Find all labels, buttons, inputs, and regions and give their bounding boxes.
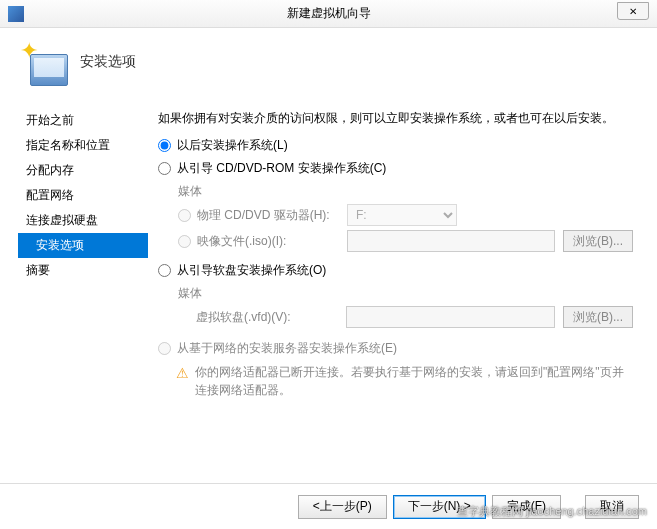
physical-drive-label: 物理 CD/DVD 驱动器(H): xyxy=(197,207,347,224)
sidebar-item-vhd[interactable]: 连接虚拟硬盘 xyxy=(18,208,148,233)
floppy-subgroup: 媒体 虚拟软盘(.vfd)(V): 浏览(B)... xyxy=(178,285,633,328)
sidebar-item-name-location[interactable]: 指定名称和位置 xyxy=(18,133,148,158)
option-install-later-label: 以后安装操作系统(L) xyxy=(177,137,288,154)
page-title: 安装选项 xyxy=(80,53,136,71)
radio-physical-drive xyxy=(178,209,191,222)
app-icon xyxy=(8,6,24,22)
radio-install-floppy[interactable] xyxy=(158,264,171,277)
radio-install-later[interactable] xyxy=(158,139,171,152)
vfd-row: 虚拟软盘(.vfd)(V): 浏览(B)... xyxy=(178,306,633,328)
option-install-cd[interactable]: 从引导 CD/DVD-ROM 安装操作系统(C) xyxy=(158,160,633,177)
vfd-label: 虚拟软盘(.vfd)(V): xyxy=(196,309,346,326)
content-area: 开始之前 指定名称和位置 分配内存 配置网络 连接虚拟硬盘 安装选项 摘要 如果… xyxy=(0,96,657,476)
radio-install-network xyxy=(158,342,171,355)
next-button[interactable]: 下一步(N) > xyxy=(393,495,486,519)
wizard-footer: <上一步(P) 下一步(N) > 完成(F) 取消 xyxy=(0,483,657,529)
wizard-icon: ✦ xyxy=(20,38,68,86)
iso-label: 映像文件(.iso)(I): xyxy=(197,233,347,250)
radio-iso-file xyxy=(178,235,191,248)
radio-install-cd[interactable] xyxy=(158,162,171,175)
option-install-cd-label: 从引导 CD/DVD-ROM 安装操作系统(C) xyxy=(177,160,386,177)
browse-iso-button: 浏览(B)... xyxy=(563,230,633,252)
prev-button[interactable]: <上一步(P) xyxy=(298,495,387,519)
drive-select: F: xyxy=(347,204,457,226)
iso-path-input xyxy=(347,230,555,252)
iso-row: 映像文件(.iso)(I): 浏览(B)... xyxy=(178,230,633,252)
cancel-button[interactable]: 取消 xyxy=(585,495,639,519)
network-warning: ⚠ 你的网络适配器已断开连接。若要执行基于网络的安装，请返回到"配置网络"页并连… xyxy=(176,363,633,399)
warning-icon: ⚠ xyxy=(176,363,189,384)
option-install-later[interactable]: 以后安装操作系统(L) xyxy=(158,137,633,154)
sidebar-item-summary[interactable]: 摘要 xyxy=(18,258,148,283)
vfd-path-input xyxy=(346,306,555,328)
sidebar-item-install-options[interactable]: 安装选项 xyxy=(18,233,148,258)
sidebar-item-before-begin[interactable]: 开始之前 xyxy=(18,108,148,133)
browse-vfd-button: 浏览(B)... xyxy=(563,306,633,328)
option-install-floppy[interactable]: 从引导软盘安装操作系统(O) xyxy=(158,262,633,279)
media-label-2: 媒体 xyxy=(178,285,633,302)
titlebar: 新建虚拟机向导 ✕ xyxy=(0,0,657,28)
physical-drive-row: 物理 CD/DVD 驱动器(H): F: xyxy=(178,204,633,226)
network-warning-text: 你的网络适配器已断开连接。若要执行基于网络的安装，请返回到"配置网络"页并连接网… xyxy=(195,363,633,399)
option-install-floppy-label: 从引导软盘安装操作系统(O) xyxy=(177,262,326,279)
option-install-network: 从基于网络的安装服务器安装操作系统(E) xyxy=(158,340,633,357)
sidebar-item-memory[interactable]: 分配内存 xyxy=(18,158,148,183)
intro-text: 如果你拥有对安装介质的访问权限，则可以立即安装操作系统，或者也可在以后安装。 xyxy=(158,110,633,127)
wizard-header: ✦ 安装选项 xyxy=(0,28,657,96)
finish-button[interactable]: 完成(F) xyxy=(492,495,561,519)
close-button[interactable]: ✕ xyxy=(617,2,649,20)
option-install-network-label: 从基于网络的安装服务器安装操作系统(E) xyxy=(177,340,397,357)
main-panel: 如果你拥有对安装介质的访问权限，则可以立即安装操作系统，或者也可在以后安装。 以… xyxy=(148,96,657,476)
window-title: 新建虚拟机向导 xyxy=(287,5,371,22)
media-label: 媒体 xyxy=(178,183,633,200)
cd-subgroup: 媒体 物理 CD/DVD 驱动器(H): F: 映像文件(.iso)(I): 浏… xyxy=(178,183,633,252)
sidebar-item-network[interactable]: 配置网络 xyxy=(18,183,148,208)
wizard-steps-sidebar: 开始之前 指定名称和位置 分配内存 配置网络 连接虚拟硬盘 安装选项 摘要 xyxy=(0,96,148,476)
